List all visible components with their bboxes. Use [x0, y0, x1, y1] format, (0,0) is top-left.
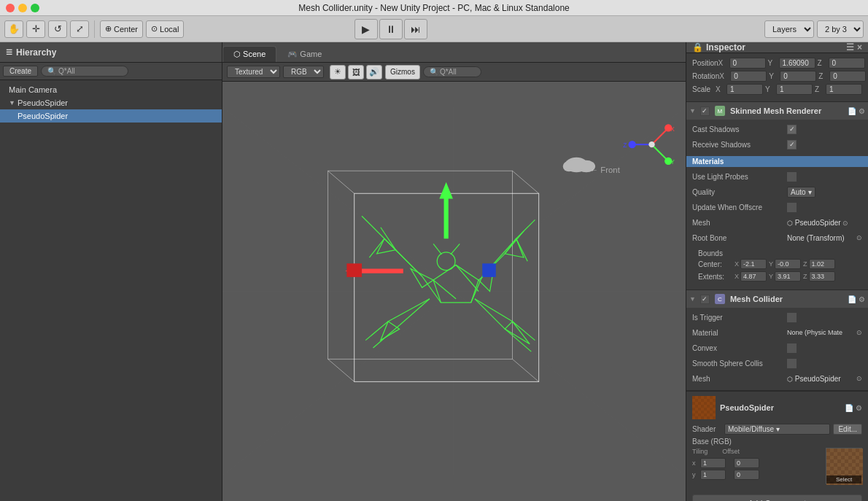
root-bone-link[interactable]: ⊙: [856, 234, 862, 241]
mc-mesh-row: Mesh ⬡ PseudoSpider ⊙: [692, 372, 862, 385]
receive-shadows-checkbox[interactable]: [787, 140, 797, 149]
skinned-mesh-header[interactable]: ▼ M Skinned Mesh Renderer 📄 ⚙: [686, 102, 868, 120]
texture-thumbnail[interactable]: Select: [826, 448, 862, 484]
tiling-y-input[interactable]: [700, 470, 726, 480]
scene-viewport[interactable]: X Y Z ← Front: [222, 82, 686, 501]
extents-z-input[interactable]: [809, 271, 835, 281]
hierarchy-title: Hierarchy: [16, 47, 56, 58]
scale-tool-button[interactable]: ⤢: [70, 20, 89, 38]
mesh-value: ⬡ PseudoSpider ⊙: [787, 219, 862, 227]
mc-material-label: Material: [692, 329, 787, 337]
mesh-collider-enabled[interactable]: [700, 295, 710, 304]
material-thumbnail: [692, 396, 716, 419]
position-x-input[interactable]: [729, 58, 766, 69]
cy-label: Y: [769, 260, 773, 268]
image-icon[interactable]: 🖼: [348, 65, 364, 79]
move-tool-button[interactable]: ✛: [26, 20, 45, 38]
convex-checkbox[interactable]: [787, 343, 797, 353]
play-button[interactable]: ▶: [354, 19, 378, 39]
extents-y-input[interactable]: [775, 271, 801, 281]
hierarchy-item-main-camera[interactable]: Main Camera: [0, 83, 222, 96]
skinned-mesh-gear-icon[interactable]: ⚙: [859, 107, 865, 115]
tiling-x-input[interactable]: [700, 458, 726, 468]
scale-y-input[interactable]: [776, 84, 813, 95]
local-button[interactable]: ⊙ Local: [146, 20, 184, 38]
rgb-dropdown[interactable]: RGB: [283, 66, 324, 78]
toolbar-sep-1: [94, 20, 95, 38]
convex-row: Convex: [692, 341, 862, 354]
maximize-button[interactable]: [31, 4, 39, 12]
edit-button[interactable]: Edit...: [833, 424, 862, 435]
cx-label: X: [735, 260, 739, 268]
add-component-button[interactable]: Add Component: [692, 494, 862, 501]
mc-page-icon[interactable]: 📄: [848, 295, 856, 303]
update-offscreen-checkbox[interactable]: [787, 203, 797, 212]
shader-arrow: ▾: [776, 425, 780, 433]
layout-dropdown[interactable]: 2 by 3: [817, 20, 864, 38]
rot-x-label: X: [719, 72, 728, 80]
skinned-mesh-enabled-checkbox[interactable]: [700, 106, 710, 116]
tiling-x-row: x: [692, 458, 821, 468]
use-light-probes-checkbox[interactable]: [787, 172, 797, 182]
scene-search[interactable]: 🔍 Q*All: [423, 66, 481, 77]
audio-icon[interactable]: 🔊: [366, 65, 382, 79]
position-z-input[interactable]: [829, 58, 865, 69]
center-y-input[interactable]: [775, 259, 801, 269]
layers-dropdown[interactable]: Layers: [764, 20, 814, 38]
hierarchy-item-pseudospider-child[interactable]: PseudoSpider: [0, 109, 222, 123]
gizmos-button[interactable]: Gizmos: [385, 65, 420, 79]
mc-mesh-link[interactable]: ⊙: [856, 375, 862, 382]
materials-row[interactable]: Materials: [686, 156, 868, 167]
center-button[interactable]: ⊕ Center: [100, 20, 143, 38]
extents-x-input[interactable]: [740, 271, 767, 281]
mc-gear-icon[interactable]: ⚙: [859, 295, 865, 303]
inspector-menu-icon[interactable]: ☰: [846, 42, 854, 53]
ey-label: Y: [769, 273, 773, 280]
scale-x-input[interactable]: [726, 84, 763, 95]
create-button[interactable]: Create: [3, 66, 38, 77]
center-label: Center:: [698, 260, 735, 268]
root-bone-row: Root Bone None (Transform) ⊙: [692, 231, 862, 244]
use-light-probes-row: Use Light Probes: [692, 170, 862, 183]
hierarchy-search[interactable]: 🔍 Q*All: [41, 66, 128, 77]
quality-dropdown[interactable]: Auto ▾: [787, 187, 815, 198]
hand-tool-button[interactable]: ✋: [4, 20, 23, 38]
scale-z-input[interactable]: [826, 84, 862, 95]
cast-shadows-checkbox[interactable]: [787, 125, 797, 134]
tab-scene[interactable]: ⬡ Scene: [222, 46, 276, 62]
material-icons: 📄 ⚙: [845, 404, 862, 412]
mesh-link-icon[interactable]: ⊙: [842, 220, 848, 227]
mesh-collider-header[interactable]: ▼ C Mesh Collider 📄 ⚙: [686, 290, 868, 308]
rotation-z-input[interactable]: [829, 71, 866, 82]
sun-icon[interactable]: ☀: [330, 65, 346, 79]
rotation-x-input[interactable]: [730, 71, 767, 82]
close-button[interactable]: [6, 4, 15, 12]
position-y-input[interactable]: [779, 58, 815, 69]
tab-game[interactable]: 🎮 Game: [276, 46, 333, 62]
shader-select[interactable]: Mobile/Diffuse ▾: [724, 424, 830, 435]
offset-y-input[interactable]: [734, 470, 759, 480]
rotate-tool-button[interactable]: ↺: [48, 20, 67, 38]
smooth-sphere-checkbox[interactable]: [787, 359, 797, 368]
scene-toolbar: Textured RGB ☀ 🖼 🔊 Gizmos 🔍 Q*All: [222, 63, 686, 82]
center-x-input[interactable]: [740, 259, 767, 269]
transform-section: Position X Y Z Rotation X Y Z: [686, 53, 868, 102]
mat-gear-icon[interactable]: ⚙: [856, 404, 862, 412]
pause-button[interactable]: ⏸: [379, 19, 403, 39]
step-button[interactable]: ⏭: [404, 19, 427, 39]
mc-material-link[interactable]: ⊙: [856, 329, 862, 336]
center-z-input[interactable]: [809, 259, 835, 269]
mc-mesh-value: ⬡ PseudoSpider: [787, 375, 856, 383]
select-button[interactable]: Select: [826, 475, 861, 483]
hierarchy-item-pseudospider-parent[interactable]: ▼ PseudoSpider: [0, 96, 222, 109]
rotation-y-input[interactable]: [780, 71, 816, 82]
rot-y-label: Y: [769, 72, 778, 80]
is-trigger-checkbox[interactable]: [787, 313, 797, 322]
offset-x-input[interactable]: [734, 458, 759, 468]
skinned-mesh-page-icon[interactable]: 📄: [848, 107, 856, 115]
inspector-close-icon[interactable]: ×: [857, 42, 862, 53]
minimize-button[interactable]: [18, 4, 27, 12]
extents-row: Extents: X Y Z: [698, 271, 856, 281]
mat-page-icon[interactable]: 📄: [845, 404, 853, 412]
shading-dropdown[interactable]: Textured: [227, 66, 280, 78]
